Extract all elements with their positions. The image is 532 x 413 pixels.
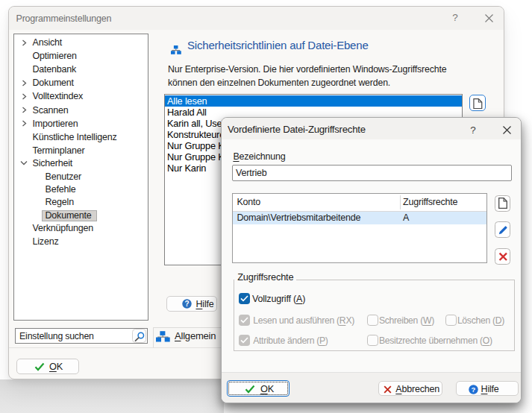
- svg-text:?: ?: [184, 300, 189, 308]
- svg-text:?: ?: [471, 385, 475, 393]
